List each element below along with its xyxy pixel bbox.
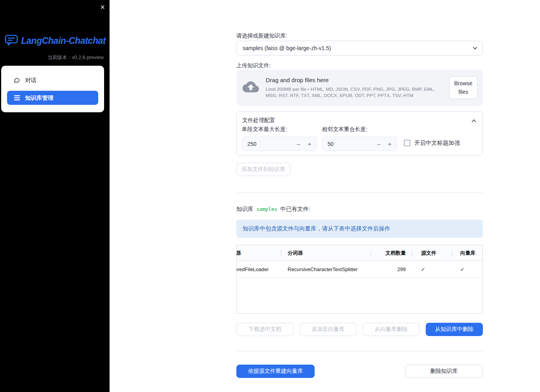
files-table-inner: 文档加载器 分词器 文档数量 源文件 向量库 UnstructuredFileL… [236,245,483,278]
chevron-down-icon [473,45,477,49]
files-table-header: 文档加载器 分词器 文档数量 源文件 向量库 [236,245,483,261]
chat-bubble-icon [14,77,20,83]
chunk-size-plus-button[interactable]: + [304,138,315,150]
kb-action-buttons: 依据源文件重建向量库 删除知识库 [236,365,483,378]
sidebar-close-button[interactable]: × [100,2,105,13]
expander-header[interactable]: 文件处理配置 [237,112,482,124]
kb-name-code: samples [257,206,277,212]
add-to-vector-store-button[interactable]: 添加至向量库 [300,323,356,336]
cell-doc-count: 299 [371,266,412,272]
overlap-plus-button[interactable]: + [384,138,395,150]
chunk-size-value: 250 [247,141,293,147]
rebuild-vector-store-button[interactable]: 依据源文件重建向量库 [236,365,315,378]
sidebar-item-chat-label: 对话 [25,77,36,84]
table-action-buttons: 下载选中文档 添加至向量库 从向量库删除 从知识库中删除 [236,323,483,336]
sidebar-item-chat[interactable]: 对话 [7,73,98,87]
delete-from-kb-button[interactable]: 从知识库中删除 [426,323,483,336]
add-files-to-kb-button[interactable]: 添加文件到知识库 [236,163,290,176]
drop-files-text: Drag and drop files here [266,77,443,83]
zh-title-enhance-label: 开启中文标题加强 [414,139,460,147]
chunk-size-label: 单段文本最大长度: [242,126,317,133]
main-content: 请选择或新建知识库: samples (faiss @ bge-large-zh… [236,0,483,392]
kb-select-value: samples (faiss @ bge-large-zh-v1.5) [243,45,331,51]
divider-bottom [236,351,483,351]
existing-files-prefix: 知识库 [236,205,254,213]
divider-top [236,192,483,192]
cell-loader: UnstructuredFileLoader [236,266,281,272]
cell-splitter: RecursiveCharacterTextSplitter [281,266,371,272]
uploader-text: Drag and drop files here Limit 200MB per… [266,77,443,99]
file-uploader-dropzone[interactable]: Drag and drop files here Limit 200MB per… [236,70,483,106]
col-header-doc-count[interactable]: 文档数量 [371,245,412,261]
upload-label: 上传知识文件: [236,62,483,69]
zh-title-enhance-checkbox[interactable]: 开启中文标题加强 [404,139,460,147]
download-selected-button[interactable]: 下载选中文档 [236,323,293,336]
chunk-size-minus-button[interactable]: – [293,138,304,150]
logo-text: LangChain-Chatchat [21,36,106,46]
browse-files-button[interactable]: Browse files [449,76,477,99]
logo-chat-icon [5,34,18,47]
sidebar: × LangChain-Chatchat 当前版本：v0.2.6-preview [0,0,110,392]
upload-limit-text: Limit 200MB per file • HTML, MD, JSON, C… [266,86,443,99]
existing-files-line: 知识库 samples 中已有文件: [236,205,483,213]
version-label: 当前版本：v0.2.6-preview [47,54,104,61]
chevron-up-icon [472,119,476,124]
overlap-size-value: 50 [328,141,373,147]
col-header-source-file[interactable]: 源文件 [412,245,452,261]
cell-vector-store-check: ✓ [452,266,483,272]
existing-files-suffix: 中已有文件: [280,205,310,213]
chunk-size-group: 单段文本最大长度: 250 – + [242,126,317,151]
delete-from-vector-store-button[interactable]: 从向量库删除 [363,323,419,336]
overlap-size-label: 相邻文本重合长度: [322,126,397,133]
sidebar-menu: 对话 知识库管理 [1,66,104,112]
sidebar-item-knowledge-base-label: 知识库管理 [25,94,54,102]
cell-source-file-check: ✓ [412,266,452,272]
col-header-loader[interactable]: 文档加载器 [236,245,281,261]
upload-cloud-icon [243,80,259,95]
expander-title: 文件处理配置 [242,117,275,124]
info-banner: 知识库中包含源文件与向量库，请从下表中选择文件后操作 [236,219,483,238]
files-table: 文档加载器 分词器 文档数量 源文件 向量库 UnstructuredFileL… [236,245,483,314]
app-logo: LangChain-Chatchat [5,34,106,47]
col-header-splitter[interactable]: 分词器 [281,245,371,261]
table-row[interactable]: UnstructuredFileLoader RecursiveCharacte… [236,261,483,278]
file-config-expander: 文件处理配置 单段文本最大长度: 250 – + 相邻文本重合长度: 50 – … [236,111,483,156]
col-header-vector-store[interactable]: 向量库 [452,245,483,261]
sidebar-item-knowledge-base[interactable]: 知识库管理 [7,91,98,105]
kb-select-label: 请选择或新建知识库: [236,32,483,40]
chunk-size-input[interactable]: 250 – + [242,137,317,151]
kb-list-icon [14,95,20,101]
overlap-minus-button[interactable]: – [373,138,384,150]
overlap-size-input[interactable]: 50 – + [322,137,397,151]
app-root: × LangChain-Chatchat 当前版本：v0.2.6-preview [0,0,540,392]
overlap-size-group: 相邻文本重合长度: 50 – + [322,126,397,151]
checkbox-box[interactable] [404,140,410,146]
kb-select[interactable]: samples (faiss @ bge-large-zh-v1.5) [236,41,483,56]
delete-kb-button[interactable]: 删除知识库 [405,365,483,378]
